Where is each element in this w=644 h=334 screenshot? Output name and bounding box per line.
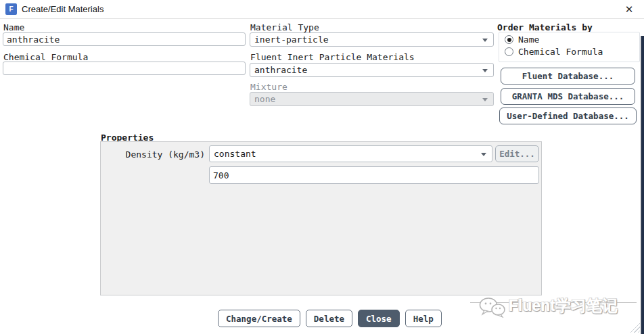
chevron-down-icon (482, 69, 488, 72)
density-edit-button[interactable]: Edit... (495, 145, 539, 162)
chemical-formula-label: Chemical Formula (3, 52, 88, 62)
density-value-input[interactable] (209, 166, 539, 184)
density-method-value: constant (214, 149, 256, 159)
order-by-chemical-formula-label: Chemical Formula (518, 47, 603, 57)
mixture-dropdown: none (250, 92, 494, 106)
name-input[interactable] (3, 32, 246, 46)
delete-button[interactable]: Delete (306, 310, 352, 327)
chevron-down-icon (482, 98, 488, 101)
create-edit-materials-dialog: F Create/Edit Materials ✕ Name Chemical … (0, 0, 644, 334)
mixture-value: none (254, 94, 275, 104)
user-defined-database-button[interactable]: User-Defined Database... (499, 108, 637, 124)
order-by-name-radio[interactable]: Name (505, 34, 539, 45)
fluent-database-button[interactable]: Fluent Database... (501, 68, 635, 85)
material-type-value: inert-particle (254, 34, 329, 45)
radio-unselected-icon (505, 47, 513, 56)
chevron-down-icon (482, 39, 488, 42)
properties-panel (100, 141, 542, 295)
name-label: Name (3, 22, 24, 32)
order-materials-label: Order Materials by (497, 22, 593, 32)
watermark-text: Fluent学习笔记 (509, 295, 618, 316)
density-label: Density (kg/m3) (101, 149, 205, 160)
material-type-dropdown[interactable]: inert-particle (250, 32, 494, 47)
radio-selected-icon (505, 35, 513, 44)
fluent-materials-value: anthracite (254, 65, 307, 75)
order-by-name-label: Name (518, 34, 539, 45)
mixture-label: Mixture (250, 82, 288, 92)
chemical-formula-input[interactable] (3, 62, 246, 75)
window-title: Create/Edit Materials (22, 4, 104, 14)
title-bar: F Create/Edit Materials ✕ (0, 0, 644, 19)
help-button[interactable]: Help (405, 310, 442, 327)
fluent-materials-dropdown[interactable]: anthracite (250, 63, 494, 77)
background-window-strip (641, 36, 644, 334)
close-button[interactable]: Close (358, 310, 400, 327)
footer-button-row: Change/Create Delete Close Help (218, 310, 442, 327)
change-create-button[interactable]: Change/Create (218, 310, 300, 327)
wechat-icon (479, 297, 506, 318)
fluent-app-icon: F (5, 3, 17, 15)
order-by-chemical-formula-radio[interactable]: Chemical Formula (505, 47, 603, 57)
resize-grip[interactable] (628, 320, 640, 333)
density-method-dropdown[interactable]: constant (209, 145, 492, 162)
granta-mds-database-button[interactable]: GRANTA MDS Database... (501, 88, 635, 105)
close-icon[interactable]: ✕ (622, 3, 636, 16)
material-type-label: Material Type (250, 22, 319, 32)
chevron-down-icon (481, 153, 486, 156)
fluent-materials-label: Fluent Inert Particle Materials (250, 52, 415, 62)
